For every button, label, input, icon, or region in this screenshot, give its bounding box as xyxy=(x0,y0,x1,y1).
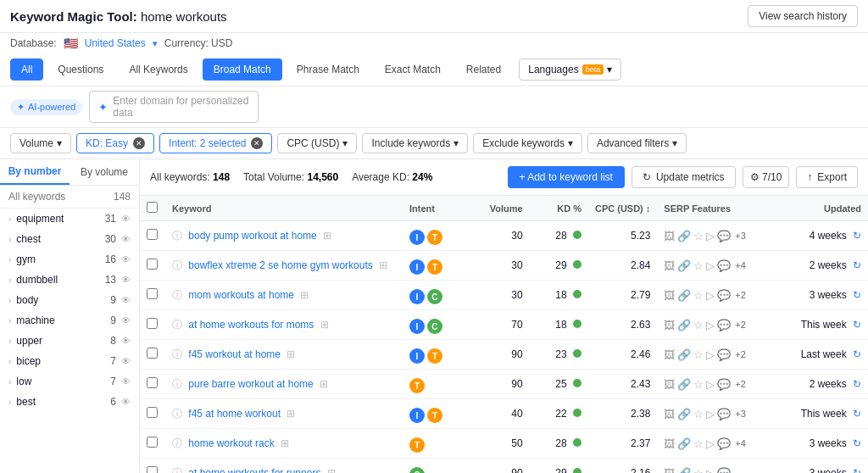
columns-button[interactable]: ⚙ 7/10 xyxy=(743,166,790,188)
serp-video-icon[interactable]: ▷ xyxy=(706,319,715,331)
cpc-filter[interactable]: CPC (USD) ▾ xyxy=(277,133,357,153)
serp-image-icon[interactable]: 🖼 xyxy=(664,230,675,242)
languages-dropdown[interactable]: Languages beta ▾ xyxy=(519,58,621,81)
export-button[interactable]: ↑ Export xyxy=(796,166,858,188)
row-checkbox[interactable] xyxy=(147,407,158,418)
serp-bubble-icon[interactable]: 💬 xyxy=(717,408,731,420)
serp-image-icon[interactable]: 🖼 xyxy=(664,319,675,331)
serp-bubble-icon[interactable]: 💬 xyxy=(717,348,731,361)
include-keywords-filter[interactable]: Include keywords ▾ xyxy=(362,133,468,153)
sidebar-item[interactable]: › bicep 7 👁 xyxy=(0,351,139,371)
eye-icon[interactable]: 👁 xyxy=(121,254,131,264)
keyword-link[interactable]: home workout rack xyxy=(188,437,274,449)
serp-image-icon[interactable]: 🖼 xyxy=(664,378,675,391)
serp-link-icon[interactable]: 🔗 xyxy=(677,378,691,391)
row-checkbox[interactable] xyxy=(147,229,158,240)
country-link[interactable]: United States xyxy=(85,37,146,49)
serp-bubble-icon[interactable]: 💬 xyxy=(717,437,731,450)
kd-filter[interactable]: KD: Easy ✕ xyxy=(76,133,154,153)
th-cpc[interactable]: CPC (USD) ↕ xyxy=(588,196,657,221)
row-checkbox[interactable] xyxy=(147,437,158,448)
serp-video-icon[interactable]: ▷ xyxy=(706,408,715,420)
sidebar-item[interactable]: › chest 30 👁 xyxy=(0,229,139,249)
serp-video-icon[interactable]: ▷ xyxy=(706,289,715,302)
update-metrics-button[interactable]: ↻ Update metrics xyxy=(632,166,736,188)
serp-bubble-icon[interactable]: 💬 xyxy=(717,259,731,272)
eye-icon[interactable]: 👁 xyxy=(121,214,131,224)
serp-star-icon[interactable]: ☆ xyxy=(693,437,704,450)
serp-bubble-icon[interactable]: 💬 xyxy=(717,230,731,242)
keyword-link[interactable]: body pump workout at home xyxy=(188,230,316,242)
tab-related[interactable]: Related xyxy=(455,58,512,81)
keyword-link[interactable]: at home workouts for runners xyxy=(188,467,320,474)
row-checkbox[interactable] xyxy=(147,288,158,299)
serp-bubble-icon[interactable]: 💬 xyxy=(717,289,731,302)
intent-filter-close-icon[interactable]: ✕ xyxy=(251,137,263,149)
th-keyword[interactable]: Keyword xyxy=(165,196,403,221)
keyword-link[interactable]: f45 workout at home xyxy=(188,348,281,360)
serp-link-icon[interactable]: 🔗 xyxy=(677,230,691,242)
tab-all-keywords[interactable]: All Keywords xyxy=(118,58,198,81)
keyword-link[interactable]: mom workouts at home xyxy=(188,289,294,301)
serp-star-icon[interactable]: ☆ xyxy=(693,230,704,242)
serp-image-icon[interactable]: 🖼 xyxy=(664,467,675,474)
eye-icon[interactable]: 👁 xyxy=(121,315,131,326)
serp-image-icon[interactable]: 🖼 xyxy=(664,408,675,420)
sidebar-item[interactable]: › best 6 👁 xyxy=(0,392,139,412)
th-volume[interactable]: Volume xyxy=(470,196,530,221)
eye-icon[interactable]: 👁 xyxy=(121,234,131,244)
th-intent[interactable]: Intent xyxy=(403,196,470,221)
serp-video-icon[interactable]: ▷ xyxy=(706,467,715,474)
serp-star-icon[interactable]: ☆ xyxy=(693,259,704,272)
serp-star-icon[interactable]: ☆ xyxy=(693,378,704,391)
tab-phrase-match[interactable]: Phrase Match xyxy=(286,58,370,81)
keyword-link[interactable]: at home workouts for moms xyxy=(188,319,314,331)
eye-icon[interactable]: 👁 xyxy=(121,295,131,305)
serp-image-icon[interactable]: 🖼 xyxy=(664,348,675,361)
serp-star-icon[interactable]: ☆ xyxy=(693,408,704,420)
chevron-down-icon[interactable]: ▾ xyxy=(153,38,158,49)
serp-video-icon[interactable]: ▷ xyxy=(706,259,715,272)
volume-filter[interactable]: Volume ▾ xyxy=(10,133,71,153)
serp-bubble-icon[interactable]: 💬 xyxy=(717,378,731,391)
view-history-button[interactable]: View search history xyxy=(748,5,858,27)
serp-star-icon[interactable]: ☆ xyxy=(693,319,704,331)
serp-star-icon[interactable]: ☆ xyxy=(693,348,704,361)
refresh-icon[interactable]: ↻ xyxy=(853,408,861,420)
eye-icon[interactable]: 👁 xyxy=(121,397,131,407)
eye-icon[interactable]: 👁 xyxy=(121,336,131,346)
th-updated[interactable]: Updated xyxy=(792,196,868,221)
sidebar-item[interactable]: › equipment 31 👁 xyxy=(0,209,139,229)
serp-image-icon[interactable]: 🖼 xyxy=(664,259,675,272)
serp-video-icon[interactable]: ▷ xyxy=(706,437,715,450)
serp-image-icon[interactable]: 🖼 xyxy=(664,289,675,302)
serp-star-icon[interactable]: ☆ xyxy=(693,467,704,474)
domain-input[interactable]: ✦ Enter domain for personalized data xyxy=(89,91,259,123)
sidebar-item[interactable]: › gym 16 👁 xyxy=(0,249,139,270)
serp-video-icon[interactable]: ▷ xyxy=(706,378,715,391)
eye-icon[interactable]: 👁 xyxy=(121,275,131,285)
serp-video-icon[interactable]: ▷ xyxy=(706,230,715,242)
serp-link-icon[interactable]: 🔗 xyxy=(677,348,691,361)
th-serp[interactable]: SERP Features xyxy=(657,196,792,221)
row-checkbox[interactable] xyxy=(147,466,158,473)
serp-bubble-icon[interactable]: 💬 xyxy=(717,319,731,331)
refresh-icon[interactable]: ↻ xyxy=(853,259,861,271)
intent-filter[interactable]: Intent: 2 selected ✕ xyxy=(159,133,272,153)
sidebar-item[interactable]: › machine 9 👁 xyxy=(0,310,139,331)
advanced-filters[interactable]: Advanced filters ▾ xyxy=(587,133,687,153)
select-all-checkbox[interactable] xyxy=(147,202,158,213)
refresh-icon[interactable]: ↻ xyxy=(853,437,861,449)
serp-link-icon[interactable]: 🔗 xyxy=(677,289,691,302)
sidebar-item[interactable]: › low 7 👁 xyxy=(0,371,139,392)
row-checkbox[interactable] xyxy=(147,318,158,329)
serp-link-icon[interactable]: 🔗 xyxy=(677,437,691,450)
sidebar-item[interactable]: › body 9 👁 xyxy=(0,290,139,310)
serp-link-icon[interactable]: 🔗 xyxy=(677,408,691,420)
tab-questions[interactable]: Questions xyxy=(47,58,114,81)
keyword-link[interactable]: bowflex xtreme 2 se home gym workouts xyxy=(188,259,372,271)
keyword-link[interactable]: f45 at home workout xyxy=(188,408,281,420)
row-checkbox[interactable] xyxy=(147,348,158,359)
exclude-keywords-filter[interactable]: Exclude keywords ▾ xyxy=(473,133,582,153)
keyword-link[interactable]: pure barre workout at home xyxy=(188,378,313,390)
